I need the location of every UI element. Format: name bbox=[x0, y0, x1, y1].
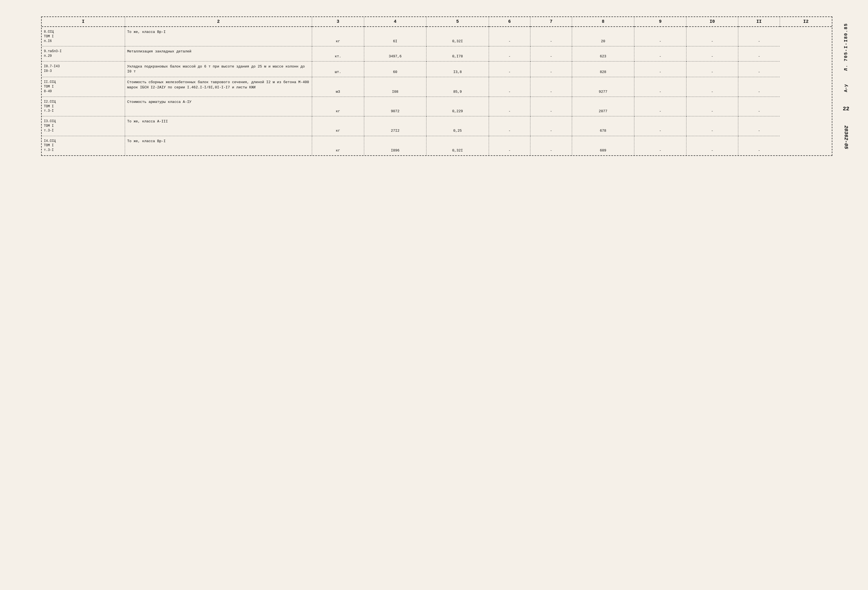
header-col4: 4 bbox=[364, 17, 426, 27]
cell-ref: I4.ССЦТОМ Iт.3-I bbox=[42, 136, 125, 155]
margin-text-arrow: А-у bbox=[844, 84, 849, 92]
cell-col6: - bbox=[489, 97, 530, 116]
cell-qty: I08 bbox=[364, 77, 426, 97]
cell-col8: 678 bbox=[572, 116, 634, 136]
cell-col7: - bbox=[530, 27, 572, 46]
cell-qty: 9072 bbox=[364, 97, 426, 116]
cell-price: 0,25 bbox=[427, 116, 489, 136]
cell-col7: - bbox=[530, 77, 572, 97]
page-container: Л. 705-I-I80.85 А-у 22 20362-05 bbox=[0, 0, 868, 590]
header-col2: 2 bbox=[125, 17, 312, 27]
cell-col11: - bbox=[738, 116, 780, 136]
cell-col9: - bbox=[634, 61, 686, 77]
cell-col6: - bbox=[489, 61, 530, 77]
header-col8: 8 bbox=[572, 17, 634, 27]
cell-price: I3,8 bbox=[427, 61, 489, 77]
cell-col8: 2077 bbox=[572, 97, 634, 116]
margin-text-num: 22 bbox=[843, 106, 849, 112]
cell-qty: 60 bbox=[364, 61, 426, 77]
cell-col9: - bbox=[634, 136, 686, 155]
cell-col6: - bbox=[489, 77, 530, 97]
header-col12: I2 bbox=[780, 17, 832, 27]
cell-ref: I0.7-I43I0-3 bbox=[42, 61, 125, 77]
cell-col9: - bbox=[634, 27, 686, 46]
table-row: II.ССЦТОМ I8-49Стоимость сборных железоб… bbox=[42, 77, 832, 97]
cell-col10: - bbox=[686, 97, 738, 116]
main-table: I 2 3 4 5 6 7 8 9 I0 II I2 8.С bbox=[42, 17, 832, 155]
table-body: 8.ССЦТОМ Iп.I6То же, класса Вр-Iкг6I0,32… bbox=[42, 27, 832, 155]
cell-description: То же, класса А-III bbox=[125, 116, 312, 136]
cell-col10: - bbox=[686, 116, 738, 136]
table-wrapper: I 2 3 4 5 6 7 8 9 I0 II I2 8.С bbox=[41, 16, 833, 156]
cell-col11: - bbox=[738, 61, 780, 77]
cell-price: 0,32I bbox=[427, 27, 489, 46]
cell-col7: - bbox=[530, 136, 572, 155]
table-row: I4.ССЦТОМ Iт.3-IТо же, класса Вр-IкгI896… bbox=[42, 136, 832, 155]
table-row: I0.7-I43I0-3Укладка подкрановых балок ма… bbox=[42, 61, 832, 77]
table-row: I3.ССЦТОМ Iт.3-IТо же, класса А-IIIкг27I… bbox=[42, 116, 832, 136]
cell-col10: - bbox=[686, 77, 738, 97]
cell-qty: 6I bbox=[364, 27, 426, 46]
cell-description: То же, класса Вр-I bbox=[125, 27, 312, 46]
cell-unit: кт. bbox=[312, 46, 364, 62]
cell-col9: - bbox=[634, 97, 686, 116]
header-col9: 9 bbox=[634, 17, 686, 27]
cell-col9: - bbox=[634, 77, 686, 97]
right-margin: Л. 705-I-I80.85 А-у 22 20362-05 bbox=[839, 16, 853, 156]
cell-col11: - bbox=[738, 97, 780, 116]
cell-qty: 3497,6 bbox=[364, 46, 426, 62]
cell-unit: м3 bbox=[312, 77, 364, 97]
margin-text-top: Л. 705-I-I80.85 bbox=[844, 23, 849, 71]
header-col7: 7 bbox=[530, 17, 572, 27]
cell-price: 85,9 bbox=[427, 77, 489, 97]
cell-description: Стоимость арматуры класса А-IУ bbox=[125, 97, 312, 116]
cell-col7: - bbox=[530, 61, 572, 77]
header-col3: 3 bbox=[312, 17, 364, 27]
header-col6: 6 bbox=[489, 17, 530, 27]
cell-col11: - bbox=[738, 136, 780, 155]
cell-col10: - bbox=[686, 61, 738, 77]
cell-price: 0,I78 bbox=[427, 46, 489, 62]
cell-price: 0,229 bbox=[427, 97, 489, 116]
header-col10: I0 bbox=[686, 17, 738, 27]
cell-description: Укладка подкрановых балок массой до 6 т … bbox=[125, 61, 312, 77]
cell-col8: 9277 bbox=[572, 77, 634, 97]
header-col11: II bbox=[738, 17, 780, 27]
cell-price: 0,32I bbox=[427, 136, 489, 155]
cell-unit: кг bbox=[312, 97, 364, 116]
cell-qty: 27I2 bbox=[364, 116, 426, 136]
cell-ref: 9.табл3-Iп.29 bbox=[42, 46, 125, 62]
margin-text-docnum: 20362-05 bbox=[843, 126, 849, 149]
cell-col10: - bbox=[686, 136, 738, 155]
cell-col6: - bbox=[489, 116, 530, 136]
cell-col11: - bbox=[738, 27, 780, 46]
cell-qty: I896 bbox=[364, 136, 426, 155]
table-row: I2.ССЦТОМ Iт.3-IСтоимость арматуры класс… bbox=[42, 97, 832, 116]
cell-unit: шт. bbox=[312, 61, 364, 77]
cell-ref: 8.ССЦТОМ Iп.I6 bbox=[42, 27, 125, 46]
cell-ref: II.ССЦТОМ I8-49 bbox=[42, 77, 125, 97]
cell-col9: - bbox=[634, 116, 686, 136]
cell-col6: - bbox=[489, 46, 530, 62]
table-row: 9.табл3-Iп.29Металлизация закладных дета… bbox=[42, 46, 832, 62]
outer-wrapper: Л. 705-I-I80.85 А-у 22 20362-05 bbox=[35, 16, 838, 156]
cell-unit: кг bbox=[312, 116, 364, 136]
cell-ref: I2.ССЦТОМ Iт.3-I bbox=[42, 97, 125, 116]
header-col5: 5 bbox=[427, 17, 489, 27]
cell-ref: I3.ССЦТОМ Iт.3-I bbox=[42, 116, 125, 136]
cell-col10: - bbox=[686, 27, 738, 46]
cell-col7: - bbox=[530, 97, 572, 116]
cell-description: Металлизация закладных деталей bbox=[125, 46, 312, 62]
cell-description: Стоимость сборных железобетонных балок т… bbox=[125, 77, 312, 97]
cell-col9: - bbox=[634, 46, 686, 62]
cell-unit: кг bbox=[312, 136, 364, 155]
cell-col7: - bbox=[530, 46, 572, 62]
header-row: I 2 3 4 5 6 7 8 9 I0 II I2 bbox=[42, 17, 832, 27]
header-col1: I bbox=[42, 17, 125, 27]
cell-description: То же, класса Вр-I bbox=[125, 136, 312, 155]
cell-col10: - bbox=[686, 46, 738, 62]
cell-col8: 609 bbox=[572, 136, 634, 155]
cell-col8: 623 bbox=[572, 46, 634, 62]
cell-col8: 20 bbox=[572, 27, 634, 46]
cell-col6: - bbox=[489, 27, 530, 46]
